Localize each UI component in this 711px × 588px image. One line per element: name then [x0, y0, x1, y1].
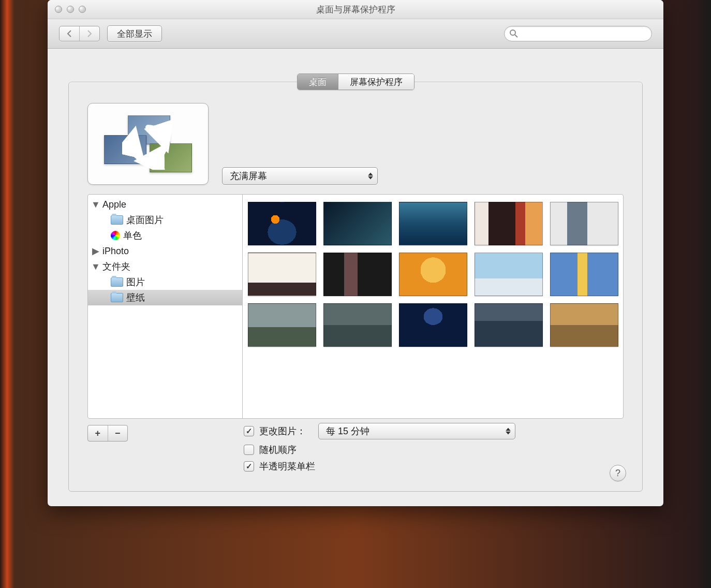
wallpaper-thumbnail[interactable]	[323, 202, 392, 245]
show-all-button[interactable]: 全部显示	[107, 25, 162, 42]
sidebar-item-apple[interactable]: ▼ Apple	[88, 197, 242, 212]
translucent-menubar-label: 半透明菜单栏	[259, 460, 315, 473]
wallpaper-thumbnail[interactable]	[248, 303, 316, 347]
search-field-wrap	[504, 26, 652, 41]
help-label: ?	[615, 468, 620, 479]
svg-line-1	[515, 35, 517, 37]
disclosure-triangle-icon: ▶	[92, 245, 99, 257]
remove-source-button[interactable]: −	[108, 425, 128, 441]
wallpaper-thumbnail[interactable]	[399, 202, 467, 245]
wallpaper-thumbnail[interactable]	[475, 202, 543, 245]
updown-arrows-icon	[506, 428, 511, 435]
wallpaper-thumbnail[interactable]	[475, 303, 543, 347]
tab-desktop[interactable]: 桌面	[298, 74, 338, 90]
content-area: 桌面 屏幕保护程序	[48, 49, 663, 506]
wallpaper-thumbnail[interactable]	[550, 202, 618, 245]
wallpaper-thumbnail[interactable]	[323, 303, 392, 347]
titlebar: 桌面与屏幕保护程序	[48, 0, 663, 19]
colorwheel-icon	[111, 231, 120, 240]
toolbar: 全部显示	[48, 19, 663, 49]
sidebar-item-solid-colors[interactable]: 单色	[88, 228, 242, 243]
source-split: ▼ Apple 桌面图片 单色 ▶ iPhoto	[87, 194, 624, 419]
wallpaper-thumbnail[interactable]	[248, 202, 316, 245]
zoom-window-button[interactable]	[79, 6, 86, 13]
back-button[interactable]	[60, 26, 79, 41]
folder-icon	[111, 277, 123, 287]
forward-button[interactable]	[79, 26, 99, 41]
chevron-left-icon	[66, 30, 72, 37]
sidebar-item-folders[interactable]: ▼ 文件夹	[88, 259, 242, 274]
sidebar-item-desktop-pictures[interactable]: 桌面图片	[88, 212, 242, 228]
search-icon	[509, 29, 519, 38]
change-picture-checkbox[interactable]	[244, 426, 254, 436]
wallpaper-thumbnail[interactable]	[550, 303, 618, 347]
sidebar-item-iphoto[interactable]: ▶ iPhoto	[88, 243, 242, 259]
add-remove-source: + −	[87, 425, 128, 442]
cycle-icon	[122, 118, 174, 170]
fill-mode-value: 充满屏幕	[230, 170, 267, 182]
wallpaper-thumbnail[interactable]	[399, 303, 467, 347]
tab-bar: 桌面 屏幕保护程序	[297, 74, 414, 90]
wallpaper-thumbnail[interactable]	[399, 253, 467, 296]
source-sidebar: ▼ Apple 桌面图片 单色 ▶ iPhoto	[88, 195, 243, 418]
add-source-button[interactable]: +	[88, 425, 108, 441]
folder-icon	[111, 215, 123, 225]
disclosure-triangle-icon: ▼	[92, 199, 99, 210]
svg-point-0	[510, 30, 515, 35]
folder-icon	[111, 293, 123, 302]
change-interval-value: 每 15 分钟	[326, 425, 369, 437]
show-all-label: 全部显示	[117, 28, 152, 40]
window-controls	[55, 6, 86, 13]
random-order-label: 随机顺序	[259, 444, 297, 456]
tab-screensaver[interactable]: 屏幕保护程序	[338, 74, 414, 90]
window-title: 桌面与屏幕保护程序	[316, 4, 395, 16]
wallpaper-thumbnail[interactable]	[550, 253, 618, 296]
sidebar-item-pictures-folder[interactable]: 图片	[88, 274, 242, 290]
chevron-right-icon	[86, 30, 93, 37]
minimize-window-button[interactable]	[67, 6, 74, 13]
wallpaper-thumbnail[interactable]	[475, 253, 543, 296]
random-order-checkbox[interactable]	[244, 445, 254, 455]
disclosure-triangle-icon: ▼	[92, 261, 99, 272]
search-input[interactable]	[504, 26, 652, 41]
wallpaper-thumbnail[interactable]	[323, 253, 392, 296]
close-window-button[interactable]	[55, 6, 62, 13]
wallpaper-grid	[243, 195, 623, 418]
updown-arrows-icon	[368, 173, 373, 180]
current-wallpaper-preview	[87, 103, 209, 185]
options-group: 更改图片： 每 15 分钟 随机顺序	[244, 423, 515, 477]
wallpaper-thumbnail[interactable]	[248, 253, 316, 296]
preferences-window: 桌面与屏幕保护程序 全部显示 桌面 屏幕保护程序	[48, 0, 663, 506]
sidebar-item-wallpapers-folder[interactable]: 壁纸	[88, 290, 242, 305]
change-picture-label: 更改图片：	[259, 425, 306, 437]
fill-mode-dropdown[interactable]: 充满屏幕	[222, 167, 378, 185]
change-interval-dropdown[interactable]: 每 15 分钟	[318, 423, 515, 439]
nav-segmented	[59, 26, 100, 41]
help-button[interactable]: ?	[610, 465, 626, 481]
desktop-panel: 充满屏幕 ▼ Apple 桌面图片	[68, 82, 643, 492]
translucent-menubar-checkbox[interactable]	[244, 461, 254, 472]
